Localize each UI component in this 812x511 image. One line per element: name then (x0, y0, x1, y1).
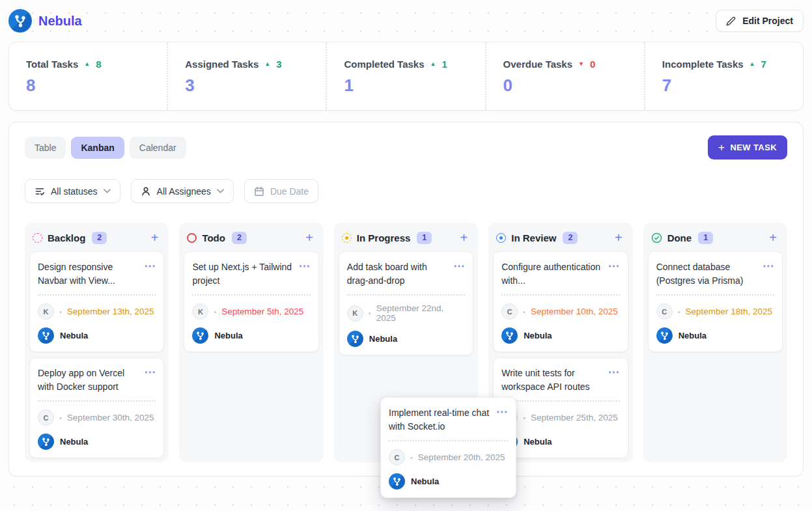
stat-label: Incomplete Tasks (662, 59, 744, 70)
more-menu-button[interactable]: ⋯ (608, 366, 620, 377)
filter-lines-icon (35, 186, 45, 197)
column-header: Todo 2 + (179, 223, 323, 250)
add-task-button[interactable]: + (148, 231, 161, 244)
task-card[interactable]: Deploy app on Vercel with Docker support… (29, 357, 164, 458)
project-name: Nebula (524, 437, 552, 447)
project-logo-icon (38, 434, 54, 450)
task-title: Configure authentication with... (501, 260, 608, 288)
stat-label: Total Tasks (26, 59, 78, 70)
stat-delta: 1 (441, 59, 447, 70)
stat-label: Completed Tasks (344, 59, 424, 70)
calendar-icon (254, 186, 264, 197)
more-menu-button[interactable]: ⋯ (763, 260, 774, 271)
column-title: In Review (511, 232, 556, 243)
project-logo-icon (38, 327, 54, 344)
trend-up-icon: ▲ (264, 61, 270, 67)
tab-table[interactable]: Table (25, 137, 66, 159)
task-card[interactable]: Add task board with drag-and-drop ⋯ K • … (339, 251, 473, 355)
task-title: Connect database (Postgres via Prisma) (656, 260, 763, 288)
dragging-task-card[interactable]: Implement real-time chat with Socket.io … (380, 397, 516, 498)
panel-toolbar: Table Kanban Calendar + NEW TASK (25, 135, 787, 159)
stat-delta: 0 (590, 59, 595, 70)
column-cards: Set up Next.js + Tailwind project ⋯ K • … (179, 250, 323, 353)
project-logo-icon (192, 327, 208, 344)
more-menu-button[interactable]: ⋯ (299, 260, 311, 271)
task-card[interactable]: Design responsive Navbar with View... ⋯ … (29, 251, 164, 352)
task-title: Set up Next.js + Tailwind project (192, 260, 298, 288)
project-name: Nebula (60, 331, 88, 340)
column-cards: Add task board with drag-and-drop ⋯ K • … (334, 250, 478, 357)
column-title: Done (667, 232, 692, 243)
column-header: In Review 2 + (488, 223, 632, 250)
dot-separator: • (523, 414, 525, 422)
more-menu-button[interactable]: ⋯ (453, 260, 465, 271)
add-task-button[interactable]: + (766, 231, 779, 244)
stat-delta: 8 (96, 59, 101, 70)
project-name: Nebula (214, 331, 242, 340)
project-name: Nebula (369, 334, 397, 344)
edit-project-button[interactable]: Edit Project (716, 10, 804, 32)
add-task-button[interactable]: + (458, 231, 471, 244)
column-done: Done 1 + Connect database (Postgres via … (643, 223, 787, 462)
filter-assignees[interactable]: All Assignees (131, 179, 234, 203)
more-menu-button[interactable]: ⋯ (608, 260, 620, 271)
stats-bar: Total Tasks ▲ 8 8 Assigned Tasks ▲ 3 3 C… (8, 42, 804, 111)
more-menu-button[interactable]: ⋯ (496, 406, 508, 417)
column-title: Todo (202, 232, 225, 243)
tab-calendar[interactable]: Calendar (130, 137, 186, 159)
due-date: September 13th, 2025 (67, 307, 154, 316)
stat-delta: 7 (761, 59, 766, 70)
nebula-logo-icon (8, 9, 32, 33)
column-backlog: Backlog 2 + Design responsive Navbar wit… (25, 223, 169, 462)
filter-statuses[interactable]: All statuses (25, 179, 120, 203)
column-count-badge: 2 (563, 232, 578, 244)
divider (389, 440, 508, 441)
divider (38, 400, 156, 402)
task-card[interactable]: Set up Next.js + Tailwind project ⋯ K • … (184, 251, 318, 352)
app-header: Nebula Edit Project (8, 5, 804, 36)
filters-bar: All statuses All Assignees Due Date (25, 179, 787, 203)
divider (501, 294, 619, 296)
column-title: Backlog (48, 232, 85, 243)
more-menu-button[interactable]: ⋯ (144, 260, 156, 271)
project-logo-icon (347, 331, 363, 347)
task-card[interactable]: Connect database (Postgres via Prisma) ⋯… (648, 251, 783, 352)
edit-project-label: Edit Project (742, 16, 793, 26)
due-date: September 5th, 2025 (221, 307, 303, 316)
stat-value: 0 (503, 76, 637, 96)
tab-kanban[interactable]: Kanban (71, 137, 124, 159)
app-title: Nebula (38, 14, 82, 29)
due-date: September 30th, 2025 (67, 413, 154, 422)
status-backlog-icon (33, 233, 42, 243)
task-card[interactable]: Configure authentication with... ⋯ C • S… (493, 251, 628, 352)
assignee-avatar: K (347, 305, 363, 322)
divider (192, 294, 310, 296)
column-header: In Progress 1 + (334, 223, 478, 250)
pencil-icon (726, 16, 736, 26)
status-in-progress-icon (342, 233, 352, 243)
new-task-label: NEW TASK (730, 143, 777, 152)
more-menu-button[interactable]: ⋯ (144, 366, 156, 377)
dot-separator: • (59, 308, 62, 316)
status-in-review-icon (496, 233, 506, 243)
assignee-avatar: K (192, 303, 208, 320)
stat-value: 3 (185, 76, 319, 96)
dot-separator: • (410, 454, 413, 462)
column-cards: Design responsive Navbar with View... ⋯ … (25, 250, 169, 460)
project-name: Nebula (524, 331, 552, 340)
due-date: September 20th, 2025 (418, 452, 505, 462)
trend-up-icon: ▲ (430, 61, 436, 67)
new-task-button[interactable]: + NEW TASK (708, 135, 787, 159)
trend-up-icon: ▲ (84, 61, 90, 67)
project-name: Nebula (411, 476, 439, 486)
status-todo-icon (187, 233, 197, 243)
task-title: Deploy app on Vercel with Docker support (38, 366, 144, 394)
task-title: Write unit tests for workspace API route… (501, 366, 608, 394)
stat-label: Assigned Tasks (185, 59, 259, 70)
filter-due-date[interactable]: Due Date (244, 179, 318, 203)
stat-label: Overdue Tasks (503, 59, 572, 70)
add-task-button[interactable]: + (303, 231, 316, 244)
add-task-button[interactable]: + (612, 231, 625, 244)
status-done-icon (651, 232, 662, 243)
dot-separator: • (214, 308, 216, 316)
